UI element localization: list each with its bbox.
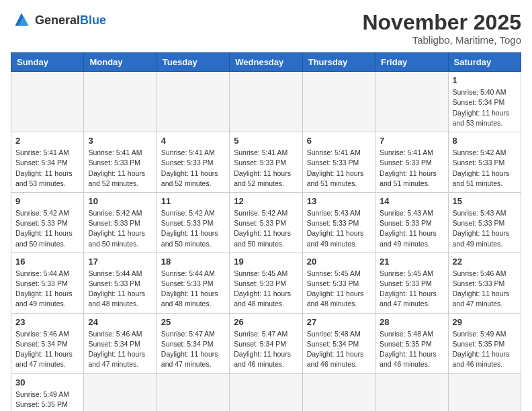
calendar-week-row: 16Sunrise: 5:44 AM Sunset: 5:33 PM Dayli… <box>11 253 521 313</box>
day-number: 9 <box>15 196 79 206</box>
table-row: 1Sunrise: 5:40 AM Sunset: 5:34 PM Daylig… <box>448 72 521 132</box>
location-title: Tabligbo, Maritime, Togo <box>362 34 521 46</box>
day-number: 4 <box>161 136 225 146</box>
page-header: GeneralBlue November 2025 Tabligbo, Mari… <box>11 11 521 46</box>
table-row <box>11 72 84 132</box>
table-row <box>375 373 448 411</box>
table-row: 7Sunrise: 5:41 AM Sunset: 5:33 PM Daylig… <box>375 132 448 193</box>
day-number: 5 <box>234 136 298 146</box>
day-info: Sunrise: 5:46 AM Sunset: 5:33 PM Dayligh… <box>453 269 517 310</box>
table-row <box>157 72 229 132</box>
table-row: 16Sunrise: 5:44 AM Sunset: 5:33 PM Dayli… <box>11 253 84 313</box>
day-number: 8 <box>453 136 517 146</box>
day-info: Sunrise: 5:41 AM Sunset: 5:33 PM Dayligh… <box>161 148 225 189</box>
table-row: 4Sunrise: 5:41 AM Sunset: 5:33 PM Daylig… <box>157 132 229 193</box>
table-row <box>302 72 375 132</box>
day-info: Sunrise: 5:45 AM Sunset: 5:33 PM Dayligh… <box>380 269 443 310</box>
logo-icon <box>11 11 32 30</box>
day-info: Sunrise: 5:43 AM Sunset: 5:33 PM Dayligh… <box>453 208 517 249</box>
table-row: 29Sunrise: 5:49 AM Sunset: 5:35 PM Dayli… <box>448 313 521 373</box>
day-info: Sunrise: 5:41 AM Sunset: 5:33 PM Dayligh… <box>234 148 298 189</box>
day-number: 25 <box>161 317 225 327</box>
day-info: Sunrise: 5:44 AM Sunset: 5:33 PM Dayligh… <box>15 269 79 310</box>
day-number: 20 <box>307 257 371 267</box>
day-number: 24 <box>88 317 152 327</box>
table-row <box>230 72 302 132</box>
day-number: 10 <box>88 196 152 206</box>
day-info: Sunrise: 5:47 AM Sunset: 5:34 PM Dayligh… <box>234 329 298 370</box>
col-friday: Friday <box>375 53 448 72</box>
day-info: Sunrise: 5:42 AM Sunset: 5:33 PM Dayligh… <box>453 148 517 189</box>
table-row: 3Sunrise: 5:41 AM Sunset: 5:33 PM Daylig… <box>84 132 157 193</box>
calendar-week-row: 30Sunrise: 5:49 AM Sunset: 5:35 PM Dayli… <box>11 373 521 411</box>
table-row: 30Sunrise: 5:49 AM Sunset: 5:35 PM Dayli… <box>11 373 84 411</box>
day-number: 17 <box>88 257 152 267</box>
calendar-header-row: Sunday Monday Tuesday Wednesday Thursday… <box>11 53 521 72</box>
table-row: 13Sunrise: 5:43 AM Sunset: 5:33 PM Dayli… <box>302 192 375 253</box>
table-row <box>157 373 229 411</box>
table-row: 20Sunrise: 5:45 AM Sunset: 5:33 PM Dayli… <box>302 253 375 313</box>
day-info: Sunrise: 5:44 AM Sunset: 5:33 PM Dayligh… <box>161 269 225 310</box>
day-number: 16 <box>15 257 79 267</box>
col-saturday: Saturday <box>448 53 521 72</box>
day-number: 11 <box>161 196 225 206</box>
day-info: Sunrise: 5:41 AM Sunset: 5:33 PM Dayligh… <box>380 148 443 189</box>
day-number: 2 <box>15 136 79 146</box>
table-row: 11Sunrise: 5:42 AM Sunset: 5:33 PM Dayli… <box>157 192 229 253</box>
table-row: 17Sunrise: 5:44 AM Sunset: 5:33 PM Dayli… <box>84 253 157 313</box>
table-row: 5Sunrise: 5:41 AM Sunset: 5:33 PM Daylig… <box>230 132 302 193</box>
day-info: Sunrise: 5:44 AM Sunset: 5:33 PM Dayligh… <box>88 269 152 310</box>
table-row <box>302 373 375 411</box>
day-number: 28 <box>380 317 443 327</box>
table-row: 8Sunrise: 5:42 AM Sunset: 5:33 PM Daylig… <box>448 132 521 193</box>
calendar-week-row: 2Sunrise: 5:41 AM Sunset: 5:34 PM Daylig… <box>11 132 521 193</box>
logo-general: GeneralBlue <box>35 13 106 27</box>
day-info: Sunrise: 5:41 AM Sunset: 5:34 PM Dayligh… <box>15 148 79 189</box>
day-number: 6 <box>307 136 371 146</box>
day-number: 21 <box>380 257 443 267</box>
table-row: 28Sunrise: 5:48 AM Sunset: 5:35 PM Dayli… <box>375 313 448 373</box>
day-number: 14 <box>380 196 443 206</box>
table-row <box>375 72 448 132</box>
day-info: Sunrise: 5:42 AM Sunset: 5:33 PM Dayligh… <box>15 208 79 249</box>
day-info: Sunrise: 5:43 AM Sunset: 5:33 PM Dayligh… <box>380 208 443 249</box>
day-info: Sunrise: 5:41 AM Sunset: 5:33 PM Dayligh… <box>88 148 152 189</box>
table-row: 23Sunrise: 5:46 AM Sunset: 5:34 PM Dayli… <box>11 313 84 373</box>
table-row: 26Sunrise: 5:47 AM Sunset: 5:34 PM Dayli… <box>230 313 302 373</box>
calendar-week-row: 23Sunrise: 5:46 AM Sunset: 5:34 PM Dayli… <box>11 313 521 373</box>
table-row: 6Sunrise: 5:41 AM Sunset: 5:33 PM Daylig… <box>302 132 375 193</box>
table-row: 9Sunrise: 5:42 AM Sunset: 5:33 PM Daylig… <box>11 192 84 253</box>
day-number: 15 <box>453 196 517 206</box>
table-row: 12Sunrise: 5:42 AM Sunset: 5:33 PM Dayli… <box>230 192 302 253</box>
day-number: 7 <box>380 136 443 146</box>
day-info: Sunrise: 5:42 AM Sunset: 5:33 PM Dayligh… <box>161 208 225 249</box>
table-row <box>84 72 157 132</box>
day-number: 18 <box>161 257 225 267</box>
day-info: Sunrise: 5:42 AM Sunset: 5:33 PM Dayligh… <box>88 208 152 249</box>
table-row: 22Sunrise: 5:46 AM Sunset: 5:33 PM Dayli… <box>448 253 521 313</box>
calendar-week-row: 1Sunrise: 5:40 AM Sunset: 5:34 PM Daylig… <box>11 72 521 132</box>
day-number: 1 <box>453 75 517 85</box>
day-number: 3 <box>88 136 152 146</box>
day-number: 30 <box>15 377 79 387</box>
day-info: Sunrise: 5:49 AM Sunset: 5:35 PM Dayligh… <box>453 329 517 370</box>
table-row: 25Sunrise: 5:47 AM Sunset: 5:34 PM Dayli… <box>157 313 229 373</box>
table-row: 19Sunrise: 5:45 AM Sunset: 5:33 PM Dayli… <box>230 253 302 313</box>
col-monday: Monday <box>84 53 157 72</box>
day-number: 12 <box>234 196 298 206</box>
day-info: Sunrise: 5:47 AM Sunset: 5:34 PM Dayligh… <box>161 329 225 370</box>
table-row: 15Sunrise: 5:43 AM Sunset: 5:33 PM Dayli… <box>448 192 521 253</box>
table-row: 14Sunrise: 5:43 AM Sunset: 5:33 PM Dayli… <box>375 192 448 253</box>
logo-text: GeneralBlue <box>35 13 106 28</box>
col-sunday: Sunday <box>11 53 84 72</box>
col-wednesday: Wednesday <box>230 53 302 72</box>
day-info: Sunrise: 5:41 AM Sunset: 5:33 PM Dayligh… <box>307 148 371 189</box>
table-row <box>230 373 302 411</box>
day-info: Sunrise: 5:45 AM Sunset: 5:33 PM Dayligh… <box>234 269 298 310</box>
table-row <box>448 373 521 411</box>
col-thursday: Thursday <box>302 53 375 72</box>
table-row: 27Sunrise: 5:48 AM Sunset: 5:34 PM Dayli… <box>302 313 375 373</box>
title-block: November 2025 Tabligbo, Maritime, Togo <box>362 11 521 46</box>
table-row: 21Sunrise: 5:45 AM Sunset: 5:33 PM Dayli… <box>375 253 448 313</box>
day-number: 29 <box>453 317 517 327</box>
